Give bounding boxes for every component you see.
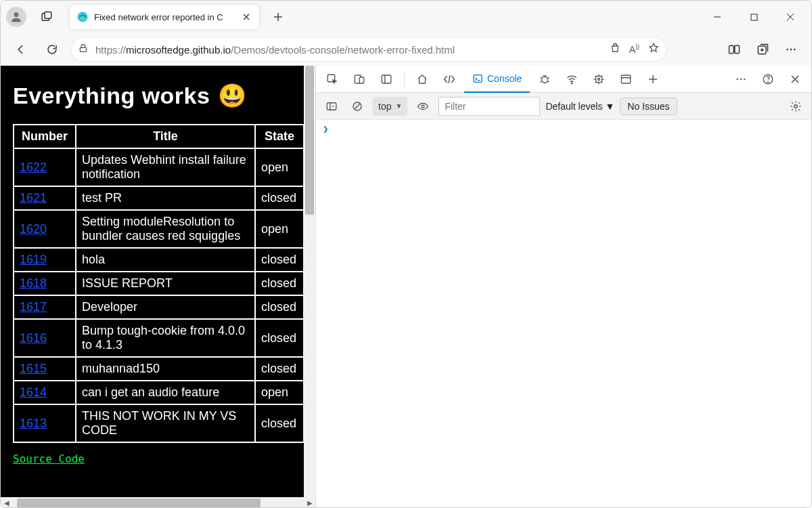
console-prompt-icon: ❯ bbox=[323, 123, 328, 134]
tab-application[interactable] bbox=[614, 67, 638, 91]
console-settings-button[interactable] bbox=[786, 96, 806, 117]
device-emulation-button[interactable] bbox=[347, 67, 371, 91]
collections-button[interactable] bbox=[750, 37, 775, 62]
nav-refresh-button[interactable] bbox=[40, 37, 64, 62]
menu-dots-icon bbox=[785, 43, 797, 56]
issue-number-cell: 1615 bbox=[14, 357, 76, 381]
col-title: Title bbox=[76, 125, 255, 148]
site-info-button[interactable] bbox=[78, 43, 89, 56]
tab-title: Fixed network error reported in C bbox=[94, 12, 235, 22]
console-output[interactable]: ❯ bbox=[316, 120, 811, 508]
svg-rect-17 bbox=[474, 75, 482, 82]
svg-point-12 bbox=[794, 49, 796, 51]
code-icon bbox=[443, 73, 456, 85]
issue-title-cell: muhannad150 bbox=[76, 357, 255, 381]
context-label: top bbox=[378, 101, 391, 112]
issue-link[interactable]: 1619 bbox=[20, 253, 47, 266]
live-expression-button[interactable] bbox=[413, 96, 433, 117]
issue-link[interactable]: 1621 bbox=[20, 191, 47, 205]
clear-console-button[interactable] bbox=[347, 96, 367, 117]
issue-link[interactable]: 1617 bbox=[20, 300, 47, 314]
tab-network[interactable] bbox=[560, 67, 584, 91]
issues-label: No Issues bbox=[627, 101, 669, 112]
issues-button[interactable]: No Issues bbox=[620, 98, 677, 115]
issue-title-cell: Setting moduleResolution to bundler caus… bbox=[76, 210, 255, 248]
svg-point-21 bbox=[598, 78, 600, 80]
issue-title-cell: Updates Webhint install failure notifica… bbox=[76, 148, 255, 186]
scrollbar-thumb[interactable] bbox=[17, 499, 261, 507]
tab-actions-button[interactable] bbox=[35, 5, 59, 29]
svg-rect-15 bbox=[359, 77, 364, 83]
devtools-close-button[interactable] bbox=[783, 67, 807, 91]
tab-sources[interactable] bbox=[533, 67, 557, 91]
window-maximize-button[interactable] bbox=[738, 6, 769, 28]
table-row: 1622Updates Webhint install failure noti… bbox=[14, 148, 304, 186]
favorite-button[interactable] bbox=[648, 42, 660, 57]
devtools-help-button[interactable] bbox=[756, 67, 780, 91]
tab-welcome[interactable] bbox=[410, 67, 434, 91]
browser-tab[interactable]: Fixed network error reported in C bbox=[70, 5, 259, 29]
issue-link[interactable]: 1616 bbox=[20, 331, 47, 345]
nav-back-button[interactable] bbox=[9, 37, 33, 62]
page-viewport: Everything works 😃 Number Title State 16… bbox=[1, 66, 315, 508]
issue-link[interactable]: 1622 bbox=[20, 161, 47, 174]
shopping-icon bbox=[609, 42, 621, 54]
new-tab-button[interactable] bbox=[267, 6, 289, 28]
plus-icon bbox=[648, 75, 658, 84]
tab-elements[interactable] bbox=[437, 67, 461, 91]
source-code-link[interactable]: Source Code bbox=[13, 452, 85, 465]
window-close-button[interactable] bbox=[775, 6, 806, 28]
scroll-left-arrow-icon[interactable]: ◀ bbox=[1, 497, 12, 508]
url-host: microsoftedge.github.io bbox=[126, 44, 231, 56]
scrollbar-thumb[interactable] bbox=[305, 66, 314, 215]
context-selector[interactable]: top ▼ bbox=[373, 97, 407, 116]
col-number: Number bbox=[14, 125, 76, 148]
svg-point-25 bbox=[744, 78, 745, 79]
svg-rect-28 bbox=[327, 102, 336, 110]
url-text: https://microsoftedge.github.io/Demos/de… bbox=[95, 44, 602, 56]
tab-close-button[interactable] bbox=[240, 11, 252, 23]
issue-state-cell: open bbox=[255, 381, 304, 404]
address-bar[interactable]: https://microsoftedge.github.io/Demos/de… bbox=[71, 37, 667, 62]
scroll-right-arrow-icon[interactable]: ▶ bbox=[304, 497, 315, 508]
profile-button[interactable] bbox=[6, 7, 26, 27]
tab-performance[interactable] bbox=[587, 67, 611, 91]
log-levels-selector[interactable]: Default levels ▼ bbox=[545, 101, 614, 112]
page-vertical-scrollbar[interactable] bbox=[304, 66, 315, 508]
window-minimize-button[interactable] bbox=[702, 6, 733, 28]
console-filter-input[interactable] bbox=[438, 97, 540, 116]
dropdown-triangle-icon: ▼ bbox=[605, 101, 614, 112]
svg-point-27 bbox=[767, 81, 768, 82]
activity-bar-button[interactable] bbox=[374, 67, 399, 91]
issue-number-cell: 1620 bbox=[14, 210, 76, 248]
tab-actions-icon bbox=[41, 11, 53, 23]
shopping-button[interactable] bbox=[609, 42, 621, 57]
tab-console-label: Console bbox=[487, 73, 522, 84]
read-aloud-button[interactable]: A)) bbox=[629, 43, 639, 56]
browser-menu-button[interactable] bbox=[779, 37, 803, 62]
svg-rect-7 bbox=[729, 45, 734, 54]
more-tabs-button[interactable] bbox=[641, 67, 665, 91]
issue-link[interactable]: 1613 bbox=[20, 417, 47, 430]
svg-rect-5 bbox=[751, 14, 757, 20]
issue-link[interactable]: 1620 bbox=[20, 222, 47, 236]
issue-link[interactable]: 1614 bbox=[20, 385, 47, 399]
svg-point-24 bbox=[740, 78, 742, 79]
levels-label: Default levels bbox=[545, 101, 602, 112]
issue-number-cell: 1617 bbox=[14, 295, 76, 319]
issue-link[interactable]: 1615 bbox=[20, 362, 47, 375]
col-state: State bbox=[255, 125, 304, 148]
inspect-element-button[interactable] bbox=[320, 67, 344, 91]
issue-link[interactable]: 1618 bbox=[20, 276, 47, 290]
issue-number-cell: 1613 bbox=[14, 404, 76, 442]
page-horizontal-scrollbar[interactable]: ◀ ▶ bbox=[1, 497, 315, 508]
toggle-sidebar-button[interactable] bbox=[321, 96, 342, 117]
arrow-left-icon bbox=[15, 43, 27, 56]
split-screen-button[interactable] bbox=[722, 37, 746, 62]
tab-console[interactable]: Console bbox=[464, 66, 530, 93]
issue-number-cell: 1621 bbox=[14, 186, 76, 210]
issue-number-cell: 1622 bbox=[14, 148, 76, 186]
devtools-menu-button[interactable] bbox=[729, 67, 753, 91]
svg-point-30 bbox=[422, 105, 425, 108]
separator bbox=[404, 72, 405, 87]
